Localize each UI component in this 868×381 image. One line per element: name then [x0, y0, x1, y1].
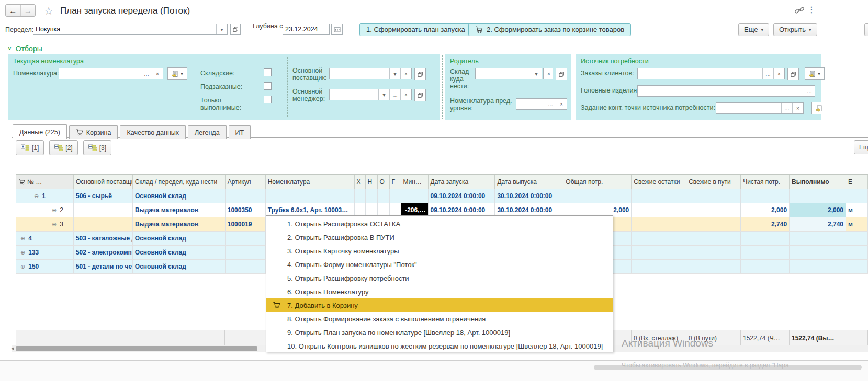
ellipsis-button[interactable]: …	[389, 89, 400, 100]
feasible-only-checkbox[interactable]	[264, 96, 272, 103]
col-header-unit[interactable]: Е	[846, 175, 868, 189]
tab-data[interactable]: Данные (225)	[13, 124, 67, 139]
control-point-list-button[interactable]	[811, 102, 826, 114]
menu-item-add-to-cart[interactable]: 7. Добавить в Корзину	[266, 298, 613, 312]
clipped-button[interactable]	[864, 23, 868, 36]
clear-button[interactable]: ×	[773, 68, 784, 79]
expand-icon[interactable]: ⊕	[52, 207, 57, 214]
menu-item-open-item-card[interactable]: 3. Открыть Карточку номенклатуры	[266, 244, 613, 258]
expand-icon[interactable]: ⊕	[20, 235, 25, 242]
open-button[interactable]: Открыть▾	[773, 23, 817, 36]
filters-collapse-header[interactable]: ∨ Отборы	[7, 44, 42, 53]
col-header-n[interactable]: Н	[366, 175, 378, 189]
tree-level-1-button[interactable]: [1]	[16, 140, 44, 155]
expand-icon[interactable]: ⊕	[20, 263, 25, 270]
col-header-num[interactable]: № …	[16, 175, 74, 189]
col-header-release-date[interactable]: Дата выпуска	[495, 175, 563, 189]
clear-button[interactable]: ×	[792, 103, 803, 113]
control-point-input[interactable]	[716, 103, 781, 113]
more-button[interactable]: Еще▾	[738, 23, 769, 36]
tree-level-3-button[interactable]: [3]	[83, 140, 111, 155]
tab-cart[interactable]: Корзина	[69, 125, 118, 139]
form-plan-button[interactable]: 1. Сформировать план запуска	[359, 23, 472, 36]
main-supplier-input[interactable]	[330, 68, 389, 79]
col-header-fresh-transit[interactable]: Свежие в пути	[686, 175, 741, 189]
client-orders-input[interactable]	[638, 68, 762, 79]
col-header-nomenclature[interactable]: Номенклатура	[266, 175, 355, 189]
prev-level-input[interactable]	[516, 99, 545, 109]
menu-item-open-stock-detail[interactable]: 1. Открыть Расшифровка ОСТАТКА	[266, 217, 613, 230]
col-header-min[interactable]: Мин…	[401, 175, 429, 189]
head-products-input[interactable]	[638, 86, 804, 96]
warehouse-checkbox[interactable]	[264, 68, 272, 76]
expand-icon[interactable]: ⊕	[52, 221, 57, 228]
ellipsis-button[interactable]: …	[762, 68, 773, 79]
back-button[interactable]: ←	[6, 5, 20, 16]
date-input[interactable]	[283, 24, 329, 34]
menu-item-open-surplus-control[interactable]: 10. Открыть Контроль излишков по жестким…	[266, 339, 613, 353]
expand-icon[interactable]: ⊕	[20, 249, 25, 256]
menu-item-open-flow-form[interactable]: 4. Открыть Форму номенклатуры "Поток"	[266, 258, 613, 271]
clear-button[interactable]: ×	[544, 68, 554, 79]
ellipsis-button[interactable]: …	[781, 103, 792, 113]
col-header-g[interactable]: Г	[390, 175, 401, 189]
dropdown-button[interactable]: ▾	[531, 68, 542, 79]
scroll-left-icon[interactable]: ◀	[11, 347, 14, 351]
tab-it[interactable]: ИТ	[229, 125, 251, 139]
col-header-feasible[interactable]: Выполнимо	[790, 175, 846, 189]
cell-launch-date: 09.10.2024 0:00:00	[429, 189, 495, 203]
col-header-x[interactable]: Х	[355, 175, 366, 189]
tab-data-quality[interactable]: Качество данных	[120, 125, 186, 139]
subordered-checkbox[interactable]	[264, 82, 272, 90]
col-header-net-need[interactable]: Чистая потр.	[741, 175, 790, 189]
client-orders-open-button[interactable]	[787, 68, 799, 80]
favorite-star-icon[interactable]: ☆	[44, 5, 53, 17]
menu-item-open-transit-detail[interactable]: 2. Открыть Расшифровка В ПУТИ	[266, 230, 613, 244]
table-row[interactable]: ⊖1 506 - сырьё Основной склад 09.10.2024…	[16, 189, 868, 203]
cart-icon	[18, 179, 25, 185]
client-orders-list-button[interactable]: ▾	[805, 67, 825, 80]
menu-item-open-order-formation[interactable]: 8. Открыть Формирование заказа с выполне…	[266, 312, 613, 326]
clear-button[interactable]: ×	[400, 68, 411, 79]
form-order-button[interactable]: 2. Сформировать заказ по корзине товаров	[468, 23, 631, 36]
nomenclature-list-button[interactable]: ▾	[167, 67, 187, 80]
col-header-o[interactable]: О	[378, 175, 390, 189]
more-menu-icon[interactable]: ⋮	[807, 5, 816, 15]
depth-label: Глубина старта:	[253, 22, 280, 30]
scrollbar-thumb[interactable]	[16, 346, 257, 351]
table-more-button[interactable]: Еще	[854, 140, 868, 154]
link-icon[interactable]	[794, 6, 805, 15]
warehouse-to-clear[interactable]: ×	[543, 68, 553, 79]
dropdown-button[interactable]: ▾	[378, 89, 389, 100]
col-header-fresh-stock[interactable]: Свежие остатки	[632, 175, 686, 189]
main-manager-open-button[interactable]	[414, 89, 426, 101]
main-supplier-open-button[interactable]	[414, 68, 426, 80]
clear-button[interactable]: ×	[400, 89, 411, 100]
col-header-total-need[interactable]: Общая потр.	[563, 175, 632, 189]
nomenclature-input[interactable]	[59, 68, 141, 79]
clear-button[interactable]: ×	[152, 68, 163, 79]
collapse-icon[interactable]: ⊖	[34, 193, 39, 200]
peredel-open-button[interactable]	[230, 24, 241, 35]
warehouse-to-input[interactable]	[476, 68, 531, 79]
tab-legend[interactable]: Легенда	[188, 125, 227, 139]
col-header-article[interactable]: Артикул	[226, 175, 266, 189]
tree-level-2-button[interactable]: [2]	[49, 140, 77, 155]
main-manager-input[interactable]	[330, 89, 378, 100]
clear-button[interactable]: ×	[556, 99, 567, 109]
peredel-input[interactable]	[33, 24, 216, 34]
menu-item-open-nomenclature[interactable]: 6. Открыть Номенклатуру	[266, 285, 613, 298]
ellipsis-button[interactable]: …	[804, 86, 815, 96]
calendar-button[interactable]	[331, 24, 343, 35]
col-header-warehouse[interactable]: Склад / передел, куда нести	[133, 175, 226, 189]
dropdown-button[interactable]: ▾	[389, 68, 400, 79]
forward-button[interactable]: →	[20, 5, 36, 16]
warehouse-to-open-button[interactable]	[556, 68, 567, 80]
menu-item-open-launch-plan[interactable]: 9. Открыть План запуска по номенклатуре …	[266, 326, 613, 339]
col-header-launch-date[interactable]: Дата запуска	[429, 175, 495, 189]
menu-item-open-need-detail[interactable]: 5. Открыть Расшифровку потребности	[266, 271, 613, 285]
peredel-dropdown-icon[interactable]: ▾	[216, 24, 227, 34]
ellipsis-button[interactable]: …	[141, 68, 152, 79]
col-header-supplier[interactable]: Основной поставщик	[74, 175, 133, 189]
ellipsis-button[interactable]: …	[545, 99, 556, 109]
